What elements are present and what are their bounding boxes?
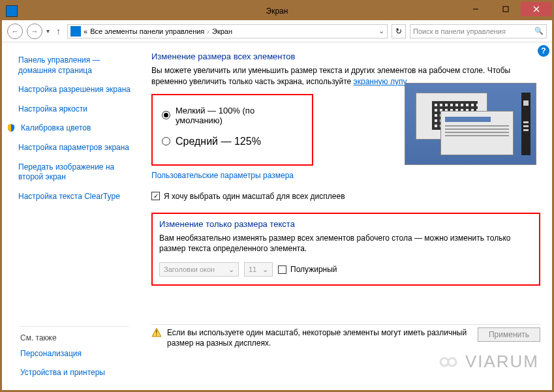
sidebar-item-resolution[interactable]: Настройка разрешения экрана [18, 85, 136, 95]
custom-size-link[interactable]: Пользовательские параметры размера [151, 171, 540, 180]
forward-button[interactable]: → [27, 23, 42, 39]
search-placeholder: Поиск в панели управления [413, 27, 506, 35]
checkbox-single-scale[interactable]: Я хочу выбрать один масштаб для всех дис… [151, 192, 540, 201]
chevron-right-icon: › [207, 27, 209, 35]
heading-resize-all: Изменение размера всех элементов [151, 52, 540, 61]
sidebar-item-calibration[interactable]: Калибровка цветов [18, 123, 136, 134]
help-icon[interactable]: ? [538, 45, 549, 57]
control-panel-icon [70, 26, 81, 37]
select-size[interactable]: 11⌄ [244, 262, 273, 277]
window-title: Экран [266, 7, 288, 16]
select-element[interactable]: Заголовки окон⌄ [159, 262, 239, 277]
sidebar-item-brightness[interactable]: Настройка яркости [18, 104, 136, 115]
see-also-personalization[interactable]: Персонализация [20, 349, 105, 359]
breadcrumb-bar[interactable]: « Все элементы панели управления › Экран… [67, 24, 388, 38]
title-bar: Экран [2, 2, 552, 20]
sidebar-item-project[interactable]: Передать изображение на второй экран [18, 162, 136, 183]
radio-icon [162, 137, 170, 145]
highlight-box-scale: Мелкий — 100% (по умолчанию) Средний — 1… [151, 94, 313, 166]
search-icon: 🔍 [534, 27, 544, 35]
close-button[interactable] [521, 2, 552, 16]
recent-dropdown[interactable]: ▾ [46, 27, 50, 35]
maximize-button[interactable] [491, 2, 521, 16]
footer-warning-text: Если вы используете один масштаб, некото… [167, 327, 472, 348]
highlight-box-text-only: Изменение только размера текста Вам необ… [151, 213, 540, 286]
chevron-down-icon: ⌄ [228, 265, 234, 274]
warning-icon: ! [151, 327, 162, 338]
chevron-down-icon: ⌄ [262, 265, 268, 274]
nav-bar: ← → ▾ ↑ « Все элементы панели управления… [2, 20, 552, 42]
crumb-dropdown[interactable]: ⌄ [378, 27, 384, 35]
see-also-header: См. также [20, 333, 105, 342]
radio-icon [162, 111, 170, 119]
radio-small[interactable]: Мелкий — 100% (по умолчанию) [162, 106, 303, 125]
svg-text:!: ! [156, 329, 158, 337]
sidebar-item-cleartype[interactable]: Настройка текста ClearType [18, 192, 136, 202]
svg-rect-1 [503, 7, 508, 12]
crumb-current: Экран [212, 27, 232, 35]
heading-text-only: Изменение только размера текста [159, 219, 532, 229]
up-button[interactable]: ↑ [54, 26, 63, 37]
desc-text-only: Вам необязательно изменять размер всех э… [159, 233, 532, 255]
see-also-devices[interactable]: Устройства и принтеры [20, 368, 105, 378]
sidebar-item-params[interactable]: Настройка параметров экрана [18, 143, 136, 153]
divider [18, 326, 129, 327]
checkbox-bold[interactable]: Полужирный [278, 265, 337, 274]
magnifier-link[interactable]: экранную лупу [354, 77, 407, 86]
back-button[interactable]: ← [7, 23, 23, 39]
search-input[interactable]: Поиск в панели управления 🔍 [410, 24, 547, 38]
divider [151, 324, 540, 325]
app-icon [6, 5, 18, 17]
watermark: VIARUM [437, 352, 539, 372]
radio-medium[interactable]: Средний — 125% [162, 136, 303, 147]
refresh-button[interactable]: ↻ [392, 24, 406, 38]
shield-icon [7, 123, 16, 132]
crumb-prefix: « [84, 27, 87, 35]
sidebar-home[interactable]: Панель управления —домашняя страница [18, 55, 136, 76]
preview-illustration [405, 83, 536, 165]
apply-button[interactable]: Применить [478, 327, 540, 342]
sidebar: Панель управления —домашняя страница Нас… [2, 42, 142, 390]
main-content: ? Изменение размера всех элементов Вы мо… [142, 42, 552, 390]
checkbox-icon [151, 192, 160, 200]
crumb-parent[interactable]: Все элементы панели управления [90, 27, 204, 35]
checkbox-icon [278, 265, 286, 274]
minimize-button[interactable] [461, 2, 491, 16]
